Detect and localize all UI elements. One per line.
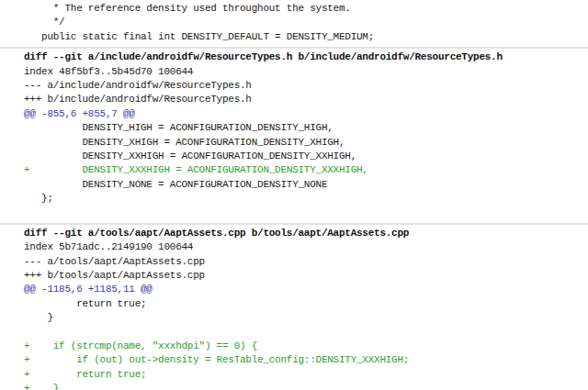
- diff-line-hunk: @@ -1185,6 +1185,11 @@: [0, 283, 588, 296]
- unified-diff-view: * The reference density used throughout …: [0, 0, 588, 390]
- diff-line-context: DENSITY_XXHIGH = ACONFIGURATION_DENSITY_…: [0, 150, 588, 163]
- diff-line-meta: index 48f5bf3..5b45d70 100644: [0, 65, 588, 79]
- file-section-divider: [0, 223, 588, 225]
- diff-section-aaptassets: diff --git a/tools/aapt/AaptAssets.cpp b…: [0, 227, 588, 390]
- diff-line-add: + }: [0, 382, 588, 390]
- diff-line-context: DENSITY_NONE = ACONFIGURATION_DENSITY_NO…: [0, 178, 588, 192]
- diff-line-header: diff --git a/include/androidfw/ResourceT…: [0, 50, 588, 64]
- diff-line-meta: index 5b71adc..2149190 100644: [0, 240, 588, 254]
- diff-line-blank: [0, 326, 588, 340]
- diff-line-add: + if (out) out->density = ResTable_confi…: [0, 353, 588, 367]
- diff-line-add: + return true;: [0, 368, 588, 382]
- diff-line-hunk: @@ -855,6 +855,7 @@: [0, 107, 588, 121]
- diff-line-context: }: [0, 311, 588, 325]
- diff-line-meta: --- a/include/androidfw/ResourceTypes.h: [0, 79, 588, 93]
- diff-line-context: */: [0, 16, 588, 29]
- diff-line-context: };: [0, 192, 588, 206]
- diff-line-context: * The reference density used throughout …: [0, 2, 588, 16]
- diff-line-header: diff --git a/tools/aapt/AaptAssets.cpp b…: [0, 227, 588, 240]
- diff-line-add: + if (strcmp(name, "xxxhdpi") == 0) {: [0, 340, 588, 353]
- diff-section-resourcetypes: diff --git a/include/androidfw/ResourceT…: [0, 50, 588, 220]
- diff-line-context: DENSITY_XHIGH = ACONFIGURATION_DENSITY_X…: [0, 136, 588, 150]
- diff-line-meta: +++ b/include/androidfw/ResourceTypes.h: [0, 93, 588, 106]
- diff-line-context: return true;: [0, 297, 588, 311]
- diff-line-add: + DENSITY_XXXHIGH = ACONFIGURATION_DENSI…: [0, 163, 588, 177]
- diff-section-previous-hunk-tail: * The reference density used throughout …: [0, 2, 588, 44]
- diff-line-meta: +++ b/tools/aapt/AaptAssets.cpp: [0, 269, 588, 283]
- diff-line-blank: [0, 206, 588, 219]
- diff-line-meta: --- a/tools/aapt/AaptAssets.cpp: [0, 255, 588, 269]
- file-section-divider: [0, 47, 588, 49]
- diff-line-context: public static final int DENSITY_DEFAULT …: [0, 30, 588, 44]
- diff-line-context: DENSITY_HIGH = ACONFIGURATION_DENSITY_HI…: [0, 121, 588, 135]
